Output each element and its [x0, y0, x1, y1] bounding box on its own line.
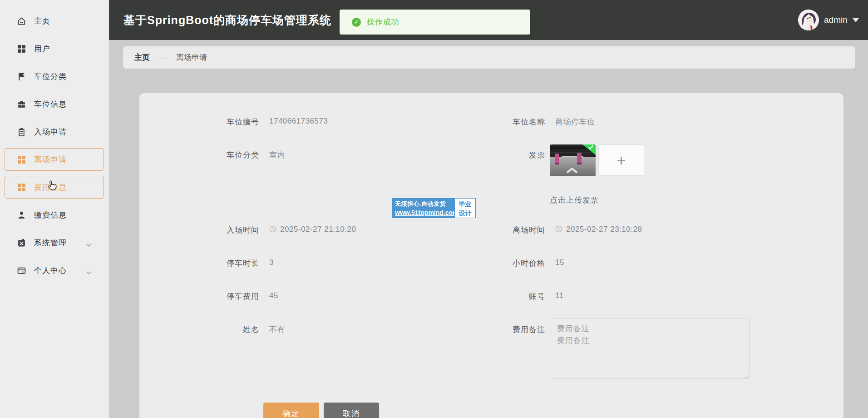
exit-apply-form: 车位编号 1740661736573 车位名称 商场停车位 车位分类 室内 发票 [139, 93, 843, 418]
sidebar-item-label: 车位信息 [34, 99, 67, 109]
breadcrumb-current: 离场申请 [176, 52, 207, 63]
sidebar-item-payment-info[interactable]: 缴费信息 [5, 204, 104, 226]
breadcrumb-home[interactable]: 主页 [134, 52, 150, 63]
sidebar-item-label: 系统管理 [34, 238, 67, 248]
toast-message: 操作成功 [367, 17, 399, 27]
sidebar-item-label: 缴费信息 [34, 210, 67, 220]
clipboard-icon [17, 127, 26, 137]
sidebar-item-label: 离场申请 [34, 154, 67, 165]
invoice-upload-button[interactable]: + [598, 144, 644, 176]
field-value-category: 室内 [269, 150, 285, 160]
sidebar-item-space-category[interactable]: 车位分类 [5, 65, 104, 88]
field-label-parking-no: 车位编号 [191, 117, 259, 127]
sidebar-item-fee-info[interactable]: 费用信息 [5, 176, 104, 199]
field-label-exit-time: 离场时间 [477, 225, 545, 235]
sidebar-item-label: 入场申请 [34, 127, 67, 137]
watermark-line2: www.51topmind.com [395, 209, 452, 216]
field-label-remark: 费用备注 [477, 324, 545, 335]
invoice-upload-hint: 点击上传发票 [550, 195, 599, 205]
field-label-account: 账号 [477, 291, 545, 302]
cancel-button[interactable]: 取消 [324, 403, 379, 418]
sidebar-item-label: 用户 [34, 44, 50, 54]
sidebar-item-personal-center[interactable]: 个人中心 [5, 259, 104, 282]
plus-icon: + [617, 153, 626, 168]
field-label-fee: 停车费用 [191, 291, 259, 302]
sidebar-item-system-mgmt[interactable]: 系统管理 [5, 231, 104, 254]
breadcrumb-separator: — [159, 54, 167, 62]
field-value-entry-time: 2025-02-27 21:10:20 [269, 225, 356, 235]
avatar[interactable] [798, 10, 819, 30]
exit-time-text: 2025-02-27 23:10:28 [566, 225, 642, 234]
system-box-icon [17, 238, 26, 248]
field-value-fee: 45 [269, 291, 278, 300]
app-window: 主页 用户 车位分类 车位信息 入场申请 [0, 0, 868, 418]
watermark: 无须担心.自动发货 www.51topmind.com 毕业 设计 [392, 198, 476, 218]
briefcase-icon [17, 100, 26, 109]
clock-icon [269, 225, 276, 235]
username: admin [824, 15, 848, 25]
sidebar-item-space-info[interactable]: 车位信息 [5, 93, 104, 115]
card-icon [17, 266, 26, 275]
app-title: 基于SpringBoot的商场停车场管理系统 [123, 0, 331, 40]
field-value-name: 不有 [269, 324, 285, 335]
clock-icon [555, 225, 562, 235]
field-value-parking-name: 商场停车位 [555, 117, 595, 127]
sidebar-item-label: 个人中心 [34, 265, 67, 276]
field-label-category: 车位分类 [191, 150, 259, 160]
user-menu[interactable]: admin [798, 0, 859, 40]
watermark-line1: 无须担心.自动发货 [395, 200, 452, 208]
sidebar-item-label: 主页 [34, 16, 50, 26]
watermark-badge: 毕业 设计 [454, 198, 476, 218]
success-check-icon: ✓ [352, 18, 361, 27]
sidebar-item-users[interactable]: 用户 [5, 37, 104, 60]
field-value-duration: 3 [269, 258, 274, 267]
success-toast: ✓ 操作成功 [340, 10, 530, 35]
breadcrumb: 主页 — 离场申请 [123, 46, 855, 69]
sidebar-item-entry-apply[interactable]: 入场申请 [5, 120, 104, 143]
field-value-hour-price: 15 [555, 258, 564, 267]
flag-icon [17, 72, 26, 81]
person-icon [17, 210, 26, 220]
field-label-invoice: 发票 [477, 150, 545, 160]
sidebar-item-home[interactable]: 主页 [5, 10, 104, 32]
field-label-hour-price: 小时价格 [477, 258, 545, 269]
entry-time-text: 2025-02-27 21:10:20 [280, 225, 356, 234]
invoice-thumbnail[interactable] [550, 144, 596, 176]
chevron-down-icon [86, 269, 92, 277]
field-label-duration: 停车时长 [191, 258, 259, 269]
sidebar-item-label: 车位分类 [34, 71, 67, 82]
field-label-name: 姓名 [191, 324, 259, 335]
sidebar-item-label: 费用信息 [34, 182, 67, 193]
field-label-parking-name: 车位名称 [477, 117, 545, 127]
home-icon [17, 16, 26, 26]
field-value-account: 11 [555, 291, 564, 300]
grid-icon [17, 155, 26, 164]
remark-textarea[interactable]: 费用备注 费用备注 [551, 318, 750, 379]
caret-down-icon [853, 18, 859, 22]
field-label-entry-time: 入场时间 [191, 225, 259, 235]
sidebar-item-exit-apply[interactable]: 离场申请 [5, 148, 104, 171]
grid-icon [17, 183, 26, 192]
grid-icon [17, 44, 26, 54]
field-value-exit-time: 2025-02-27 23:10:28 [555, 225, 642, 235]
watermark-text-box: 无须担心.自动发货 www.51topmind.com [392, 198, 454, 218]
chevron-down-icon [86, 241, 92, 249]
confirm-button[interactable]: 确定 [263, 403, 319, 418]
field-value-parking-no: 1740661736573 [269, 117, 328, 126]
sidebar: 主页 用户 车位分类 车位信息 入场申请 [0, 0, 109, 418]
